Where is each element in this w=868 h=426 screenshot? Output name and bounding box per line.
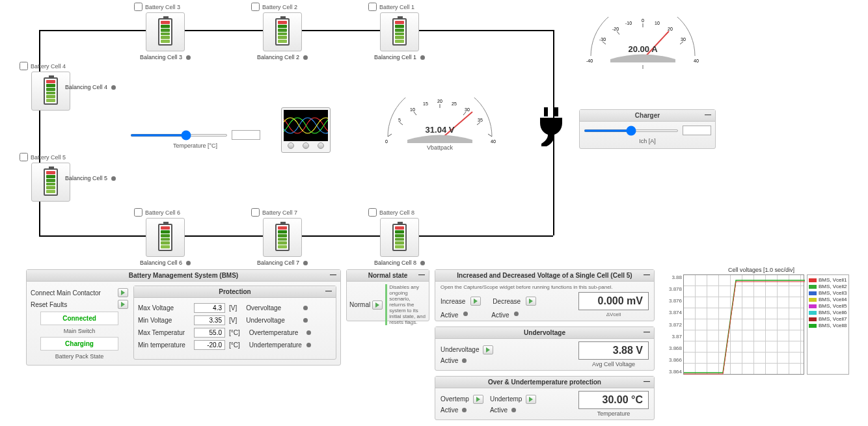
balancing-label: Balancing Cell 6 (134, 260, 197, 266)
ich-label: Ich [A] (584, 138, 711, 144)
normal-desc: Disables any ongoing scenario, returns t… (385, 284, 426, 325)
bms-title: Battery Management System (BMS) (129, 272, 238, 279)
vbatt-label: Vbattpack (375, 144, 505, 151)
undervolt-led (462, 358, 467, 363)
minimize-icon[interactable]: — (705, 111, 711, 118)
packstate-label: Battery Pack State (31, 353, 128, 360)
current-value: 20.00 A (578, 44, 708, 54)
undervolt-title: Undervoltage (524, 329, 565, 336)
connect-button[interactable] (118, 288, 128, 297)
legend-item: BMS, Vcell4 (809, 297, 847, 302)
normal-button[interactable] (372, 300, 383, 310)
dvcell-display: 0.000 mV (578, 292, 649, 310)
svg-text:-10: -10 (625, 21, 632, 25)
battery-cell: Battery Cell 2Balancing Cell 2 (251, 3, 314, 60)
minimize-icon[interactable]: — (418, 271, 425, 278)
svg-text:15: 15 (423, 101, 428, 106)
legend-item: BMS, Vcell5 (809, 303, 847, 309)
battery-cell: Battery Cell 8Balancing Cell 8 (368, 208, 431, 266)
overtemp-button[interactable] (473, 395, 483, 404)
reset-label: Reset Faults (31, 301, 114, 308)
undervolt-button[interactable] (483, 345, 493, 354)
cell-checkbox[interactable] (251, 3, 260, 11)
connected-state: Connected (40, 312, 118, 325)
temperature-slider[interactable] (130, 134, 228, 137)
minimize-icon[interactable]: — (644, 271, 650, 278)
cell-checkbox[interactable] (368, 208, 377, 217)
connect-label: Connect Main Contactor (31, 289, 114, 297)
charging-state: Charging (40, 337, 118, 351)
normal-title: Normal state (368, 272, 408, 279)
increase-button[interactable] (470, 297, 481, 306)
overtemp-led (462, 408, 467, 412)
vbatt-value: 31.04 V (375, 125, 505, 135)
temperature-label: Temperature [°C] (130, 142, 260, 149)
cell-label: Battery Cell 7 (262, 209, 297, 216)
battery-cell: Battery Cell 1Balancing Cell 1 (368, 3, 431, 60)
battery-cell: Battery Cell 5Balancing Cell 5 (20, 153, 82, 202)
cell-label: Battery Cell 3 (145, 4, 180, 10)
legend-item: BMS, Vcell3 (809, 290, 847, 296)
cell-checkbox[interactable] (134, 208, 142, 217)
minv-input[interactable] (194, 315, 225, 325)
undertemp-led (511, 408, 516, 412)
legend-item: BMS, Vcell1 (809, 277, 847, 283)
legend-item: BMS, Vcell8 (809, 323, 847, 328)
cell5-title: Increased and Decreased Voltage of a Sin… (457, 272, 632, 279)
ut-led (306, 343, 311, 347)
current-gauge: -40 -30 -20 -10 0 10 20 30 40 20.00 A I (578, 17, 708, 70)
cell-checkbox[interactable] (134, 3, 142, 11)
svg-text:-20: -20 (612, 27, 619, 31)
undertemp-button[interactable] (526, 395, 536, 404)
minimize-icon[interactable]: — (325, 287, 332, 295)
cell-checkbox[interactable] (20, 153, 28, 161)
mainswitch-label: Main Switch (31, 328, 128, 334)
cell-label: Battery Cell 6 (145, 209, 180, 216)
svg-text:10: 10 (655, 21, 660, 25)
svg-text:20: 20 (668, 27, 673, 31)
ich-value[interactable]: 20 (683, 126, 711, 135)
oscilloscope-icon[interactable] (281, 107, 331, 153)
svg-line-18 (617, 31, 619, 34)
maxt-input[interactable] (194, 328, 225, 338)
svg-text:40: 40 (694, 59, 699, 62)
svg-text:30: 30 (465, 107, 470, 112)
temperature-value[interactable]: 30 (232, 130, 260, 140)
cell-checkbox[interactable] (251, 208, 260, 217)
minimize-icon[interactable]: — (644, 378, 650, 385)
inc-active-led (463, 312, 468, 316)
dec-active-led (514, 312, 519, 316)
balancing-label: Balancing Cell 1 (368, 54, 431, 60)
decrease-button[interactable] (526, 297, 536, 306)
cell-checkbox[interactable] (368, 3, 377, 11)
ot-led (306, 330, 311, 335)
minimize-icon[interactable]: — (330, 271, 336, 278)
avg-cell-voltage-display: 3.88 V (578, 341, 649, 360)
svg-text:0: 0 (642, 18, 644, 23)
balancing-label: Balancing Cell 2 (251, 54, 314, 60)
cell-label: Battery Cell 2 (262, 4, 297, 10)
svg-line-4 (463, 112, 466, 115)
cell-label: Battery Cell 1 (379, 4, 414, 10)
uv-led (303, 318, 308, 323)
minimize-icon[interactable]: — (644, 328, 650, 336)
charger-title: Charger (635, 112, 660, 119)
cell-label: Battery Cell 5 (31, 154, 66, 161)
legend-item: BMS, Vcell2 (809, 284, 847, 289)
maxv-input[interactable] (194, 303, 225, 313)
legend-item: BMS, Vcell6 (809, 310, 847, 315)
cell-checkbox[interactable] (20, 62, 28, 70)
temperature-display: 30.00 °C (578, 391, 649, 409)
plug-icon (534, 107, 569, 153)
vbatt-gauge: 0 5 10 15 20 25 30 35 40 31.04 V Vbattpa… (375, 98, 505, 151)
balancing-label: Balancing Cell 3 (134, 54, 197, 60)
svg-line-3 (414, 112, 416, 115)
svg-text:5: 5 (398, 118, 401, 122)
legend-item: BMS, Vcell7 (809, 316, 847, 322)
svg-text:10: 10 (410, 107, 415, 112)
battery-cell: Battery Cell 6Balancing Cell 6 (134, 208, 197, 266)
current-label: I (578, 64, 708, 70)
mint-input[interactable] (194, 340, 225, 350)
reset-faults-button[interactable] (118, 300, 128, 309)
ich-slider[interactable] (584, 129, 679, 132)
